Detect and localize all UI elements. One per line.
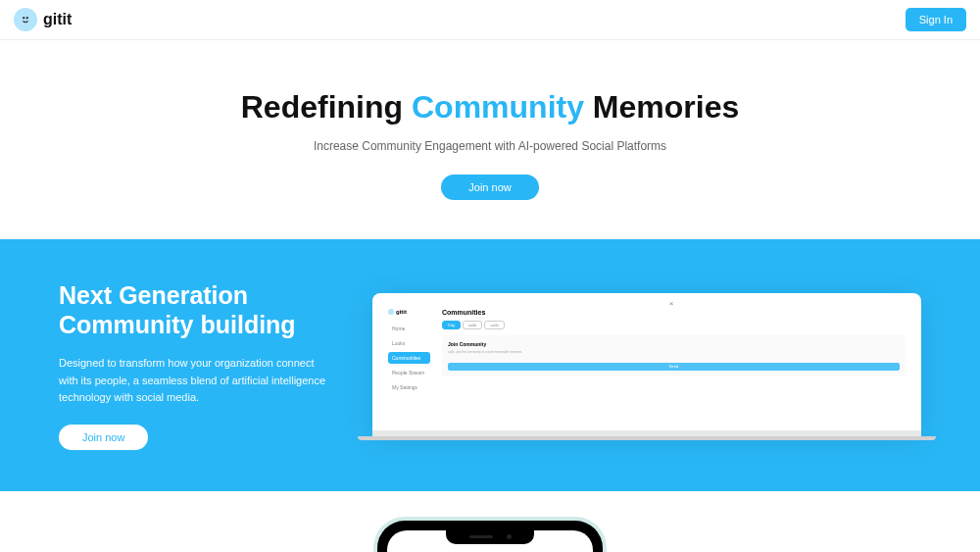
mockup-nav-item: Looks [388,337,430,349]
laptop-mockup-illustration: gitit HomeLooksCommunitiesPeople StreamM… [372,293,921,436]
hero-title-accent: Community [412,89,584,125]
mockup-nav-item: People Stream [388,367,430,378]
mockup-heading: Communities [442,309,906,316]
phone-section: gitit gitit Contribute [0,491,980,552]
hero-title-post: Memories [584,89,739,125]
svg-point-1 [26,18,27,19]
signin-button[interactable]: Sign In [906,8,966,31]
hero-title: Redefining Community Memories [20,89,960,125]
mockup-chip: usifo [484,321,504,329]
join-now-button[interactable]: Join now [441,175,538,200]
mockup-sidebar: gitit HomeLooksCommunitiesPeople StreamM… [382,303,436,421]
mockup-nav-item: My Settings [388,381,430,393]
mockup-nav-item: Communities [388,352,430,364]
mockup-brand: gitit [396,309,407,315]
feature-section: Next Generation Community building Desig… [0,239,980,491]
svg-point-0 [24,18,24,19]
feature-text-block: Next Generation Community building Desig… [59,280,333,450]
feature-join-button[interactable]: Join now [59,425,148,450]
mockup-chip: City [442,321,461,329]
mockup-nav-item: Home [388,323,430,334]
close-icon: × [669,299,674,308]
phone-mockup-illustration: gitit gitit Contribute [377,521,603,552]
feature-description: Designed to transform how your organizat… [59,355,333,407]
mockup-chip: usifo [463,321,482,329]
topbar: gitit Sign In [0,0,980,40]
mockup-card-title: Join Community [448,341,900,347]
smiley-icon [14,8,37,31]
hero-title-pre: Redefining [241,89,412,125]
hero-section: Redefining Community Memories Increase C… [0,40,980,239]
hero-subtitle: Increase Community Engagement with AI-po… [20,139,960,153]
brand-logo[interactable]: gitit [14,8,72,31]
mockup-card-button: Send [448,363,900,371]
brand-name: gitit [43,11,72,28]
mockup-card-text: usifo. Join the community to create memo… [448,350,900,354]
feature-title: Next Generation Community building [59,280,333,339]
mockup-main: × Communities Cityusifousifo Join Commun… [436,303,911,421]
